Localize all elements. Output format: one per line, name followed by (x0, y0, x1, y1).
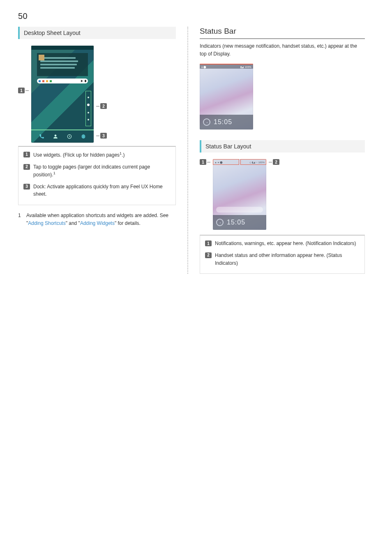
widget-area (37, 53, 88, 76)
page-number: 50 (18, 12, 374, 21)
callout2-item-1: 1 Notifications, warnings, etc. appear h… (205, 240, 360, 247)
badge-2: 2 (100, 103, 107, 109)
clock-icon (203, 118, 210, 126)
heading-desktop-sheet-layout: Desktop Sheet Layout (18, 27, 176, 39)
clock-time-2: 15:05 (227, 219, 245, 226)
page-indicator (85, 91, 91, 126)
figure2-label-1: 1 (200, 159, 210, 165)
figure2-label-2: 2 (269, 159, 279, 165)
dock-contact-icon (52, 133, 59, 140)
phone-screenshot (31, 46, 94, 143)
sbar-right-icons: ▮◢ 100% (240, 65, 251, 68)
search-stub (216, 207, 263, 213)
figure-status-bar: ● ⬤ ▮◢ 100% 15:05 (200, 64, 253, 130)
heading-status-bar: Status Bar (200, 27, 365, 39)
footnote-1: 1 Available when application shortcuts a… (18, 212, 176, 227)
callout-item-2: 2 Tap to toggle pages (larger dot indica… (23, 163, 171, 179)
figure-desktop-sheet: 1 2 3 (18, 46, 107, 143)
status-bar-strip: ● ⬤ ▮◢ 100% (200, 64, 253, 69)
callout2-item-2: 2 Handset status and other information a… (205, 252, 360, 267)
dock-phone-icon (38, 133, 45, 140)
badge-1: 1 (18, 88, 25, 93)
clock-area-2: 15:05 (213, 215, 266, 230)
callout-list-2: 1 Notifications, warnings, etc. appear h… (200, 235, 365, 274)
search-bar (37, 79, 88, 83)
widget-icon (39, 55, 44, 60)
figure-label-1: 1 (18, 88, 29, 93)
phone-screenshot-2: ▲ ● ⬤ ◇ ▮◢ ⎓ 100% 15:05 (213, 159, 266, 230)
sbar-left-icons: ● ⬤ (201, 65, 206, 68)
heading-status-bar-layout: Status Bar Layout (200, 140, 365, 153)
svg-point-1 (81, 134, 85, 138)
figure-label-3: 3 (96, 133, 107, 139)
status-bar-intro: Indicators (new message notification, ha… (200, 42, 365, 58)
link-adding-shortcuts[interactable]: Adding Shortcuts (28, 220, 65, 226)
notification-area: ▲ ● ⬤ (213, 159, 239, 165)
dock-browser-icon (80, 133, 87, 140)
clock-icon (216, 219, 224, 226)
link-adding-widgets[interactable]: Adding Widgets (80, 220, 115, 226)
callout-item-3: 3 Dock: Activate applications quickly fr… (23, 183, 171, 198)
figure-label-2: 2 (96, 103, 107, 109)
clock-area: 15:05 (200, 115, 253, 130)
dock-clock-icon (66, 133, 73, 140)
right-column: Status Bar Indicators (new message notif… (188, 27, 365, 274)
dock (31, 130, 94, 143)
badge-3: 3 (100, 133, 107, 139)
left-column: Desktop Sheet Layout 1 2 3 (18, 27, 188, 274)
clock-time: 15:05 (214, 118, 232, 126)
status-area: ◇ ▮◢ ⎓ 100% (240, 159, 267, 165)
callout-item-1: 1 Use widgets. (Flick up for hidden page… (23, 151, 171, 159)
callout-list: 1 Use widgets. (Flick up for hidden page… (18, 146, 176, 205)
figure-status-bar-layout: 1 ▲ ● ⬤ ◇ ▮◢ ⎓ 100% 15:05 2 (200, 159, 365, 230)
